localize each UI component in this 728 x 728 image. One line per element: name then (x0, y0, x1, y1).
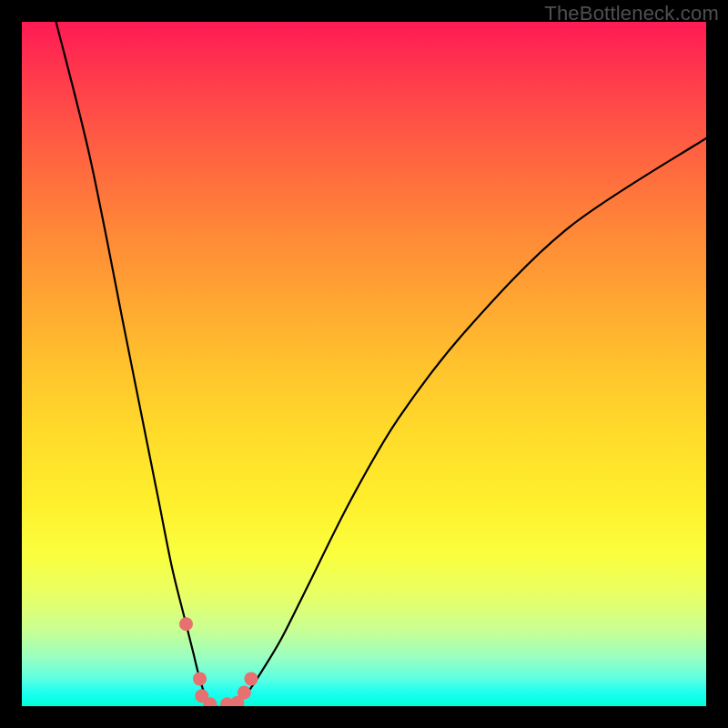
marker-dot (238, 685, 251, 699)
marker-dots (179, 617, 258, 706)
watermark-label: TheBottleneck.com (544, 2, 719, 25)
marker-dot (179, 617, 193, 631)
bottleneck-curve (56, 22, 706, 706)
marker-dot (193, 672, 207, 685)
chart-frame: TheBottleneck.com (0, 0, 728, 728)
curve-layer (22, 22, 706, 706)
marker-dot (244, 672, 258, 685)
plot-area (22, 22, 706, 706)
